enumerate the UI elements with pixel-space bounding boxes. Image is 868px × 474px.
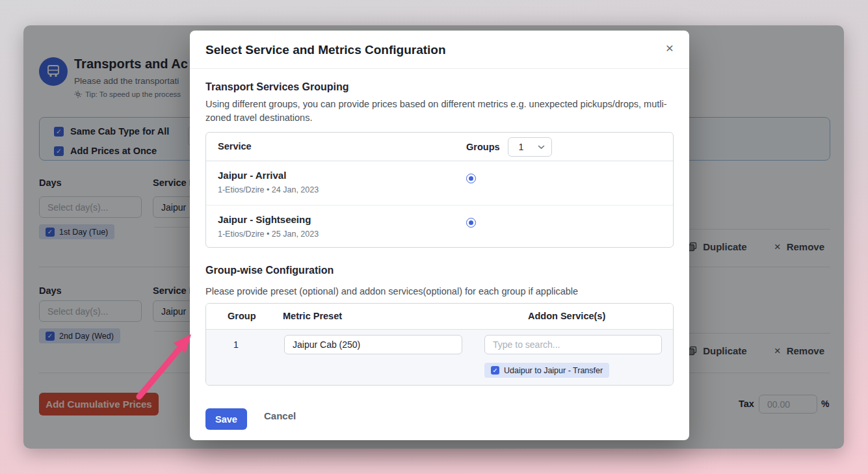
grouping-description: Using different groups, you can provide … xyxy=(205,98,668,125)
service-column-header: Service xyxy=(218,141,252,151)
groups-label: Groups xyxy=(466,142,500,152)
annotation-arrow xyxy=(124,324,198,405)
divider xyxy=(190,68,689,69)
chevron-down-icon xyxy=(538,145,545,150)
metric-preset-input[interactable] xyxy=(284,335,462,354)
service-metrics-modal: Select Service and Metrics Configuration… xyxy=(190,31,689,440)
grouping-heading: Transport Services Grouping xyxy=(205,81,349,93)
groupwise-config-table: Group Metric Preset Addon Service(s) 1 ✓… xyxy=(205,303,674,386)
group-number: 1 xyxy=(233,339,239,350)
config-table-header: Group Metric Preset Addon Service(s) xyxy=(206,304,673,330)
addon-services-column-header: Addon Service(s) xyxy=(528,311,605,321)
addon-chip-label: Udaipur to Jaipur - Transfer xyxy=(504,366,603,375)
service-row: Jaipur - Arrival 1-Etios/Dzire • 24 Jan,… xyxy=(206,161,673,205)
service-name: Jaipur - Arrival xyxy=(218,170,286,181)
group-column-header: Group xyxy=(228,311,256,321)
save-button[interactable]: Save xyxy=(205,408,247,430)
groups-select[interactable]: 1 xyxy=(508,137,552,157)
close-icon[interactable]: × xyxy=(666,41,674,55)
metric-preset-column-header: Metric Preset xyxy=(283,311,342,321)
modal-title: Select Service and Metrics Configuration xyxy=(205,43,446,57)
service-name: Jaipur - Sightseeing xyxy=(218,214,311,225)
groups-control: Groups 1 xyxy=(466,137,552,157)
groups-select-value: 1 xyxy=(519,142,524,152)
groupwise-heading: Group-wise Configuration xyxy=(205,265,334,276)
service-meta: 1-Etios/Dzire • 24 Jan, 2023 xyxy=(218,185,319,194)
addon-chip-checkbox[interactable]: ✓ xyxy=(491,366,499,375)
service-grouping-table: Service Groups 1 Jaipur - Arrival 1-Etio… xyxy=(205,132,674,248)
service-table-header: Service Groups 1 xyxy=(206,133,673,161)
group-radio-2[interactable] xyxy=(466,218,476,228)
config-table-row: 1 ✓ Udaipur to Jaipur - Transfer xyxy=(206,330,673,386)
addon-search-input[interactable] xyxy=(484,335,662,354)
service-row: Jaipur - Sightseeing 1-Etios/Dzire • 25 … xyxy=(206,205,673,248)
groupwise-description: Please provide preset (optional) and add… xyxy=(205,285,668,298)
cancel-button[interactable]: Cancel xyxy=(264,410,296,421)
group-radio-1[interactable] xyxy=(466,174,476,183)
service-meta: 1-Etios/Dzire • 25 Jan, 2023 xyxy=(218,230,319,239)
addon-service-chip[interactable]: ✓ Udaipur to Jaipur - Transfer xyxy=(484,363,609,378)
